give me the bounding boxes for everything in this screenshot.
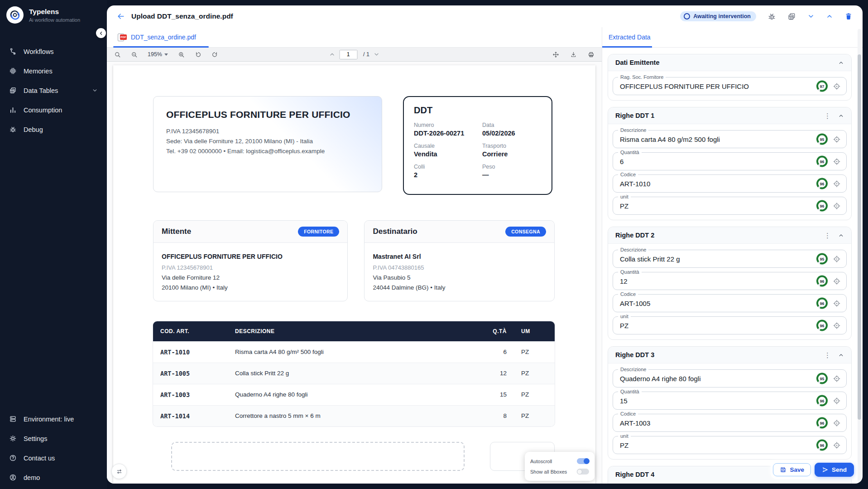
doc-ddt-field-label: Peso bbox=[482, 164, 542, 170]
sidebar-item-memories[interactable]: Memories bbox=[0, 61, 107, 81]
sidebar-item-consumption[interactable]: Consumption bbox=[0, 100, 107, 120]
collapse-chevron-icon[interactable] bbox=[838, 113, 844, 119]
locate-target-icon[interactable] bbox=[833, 321, 841, 329]
collapse-chevron-icon[interactable] bbox=[838, 60, 844, 66]
arrow-left-icon bbox=[117, 12, 125, 20]
doc-supplier-address: Sede: Via delle Forniture 12, 20100 Mila… bbox=[166, 136, 369, 146]
doc-ddt-field: Numero DDT-2026-00271 bbox=[414, 122, 473, 137]
print-button[interactable] bbox=[588, 51, 595, 58]
rotate-right-button[interactable] bbox=[211, 51, 218, 58]
confidence-badge: 96 bbox=[816, 440, 828, 451]
section-header[interactable]: Dati Emittente bbox=[608, 54, 851, 71]
debug-bug-button[interactable] bbox=[767, 12, 776, 21]
field-descrizione[interactable]: Descrizione Quaderno A4 righe 80 fogli 9… bbox=[613, 369, 847, 387]
locate-target-icon[interactable] bbox=[833, 277, 841, 285]
collapse-chevron-icon[interactable] bbox=[838, 352, 844, 358]
move-up-button[interactable] bbox=[826, 13, 833, 20]
locate-target-icon[interactable] bbox=[833, 441, 841, 449]
field-quantit[interactable]: Quantità 15 96 bbox=[613, 392, 847, 410]
pdf-document-tab[interactable]: PDF DDT_senza_ordine.pdf bbox=[113, 27, 209, 47]
data-tables-button[interactable] bbox=[787, 12, 796, 21]
field-codice[interactable]: Codice ART-1010 96 bbox=[613, 174, 847, 193]
locate-target-icon[interactable] bbox=[833, 82, 841, 90]
brand: Typelens Ai workflow automation bbox=[0, 0, 107, 28]
field-quantit[interactable]: Quantità 6 96 bbox=[613, 152, 847, 170]
cell-unit: PZ bbox=[514, 384, 555, 405]
pan-tool-button[interactable] bbox=[552, 51, 559, 58]
section-body: Descrizione Quaderno A4 righe 80 fogli 9… bbox=[608, 363, 851, 459]
collapse-chevron-icon[interactable] bbox=[838, 232, 844, 238]
section-title: Dati Emittente bbox=[615, 59, 660, 66]
kebab-menu-icon[interactable]: ⋮ bbox=[824, 352, 831, 358]
extracted-data-panel: Extracted Data Dati Emittente Rag. Soc. … bbox=[602, 27, 863, 484]
doc-supplier-card: OFFICEPLUS FORNITURE PER UFFICIO P.IVA 1… bbox=[153, 96, 382, 192]
next-page-button[interactable] bbox=[374, 51, 380, 58]
download-button[interactable] bbox=[570, 51, 577, 58]
autoscroll-label: Autoscroll bbox=[530, 459, 552, 464]
sidebar-item-contact-us[interactable]: Contact us bbox=[0, 448, 107, 468]
sidebar-item-settings[interactable]: Settings bbox=[0, 429, 107, 448]
section-header[interactable]: Righe DDT 3 ⋮ bbox=[608, 347, 851, 363]
kebab-menu-icon[interactable]: ⋮ bbox=[824, 232, 831, 239]
locate-target-icon[interactable] bbox=[833, 299, 841, 307]
section-header[interactable]: Righe DDT 1 ⋮ bbox=[608, 107, 851, 124]
section-righe-ddt-2: Righe DDT 2 ⋮ Descrizione Colla stick Pr… bbox=[608, 227, 852, 340]
save-button[interactable]: Save bbox=[773, 463, 811, 476]
sidebar-item-data-tables[interactable]: Data Tables bbox=[0, 81, 107, 100]
swap-layout-button[interactable] bbox=[111, 464, 127, 479]
pdf-file-icon: PDF bbox=[118, 33, 127, 42]
back-button[interactable] bbox=[117, 12, 125, 20]
field-quantit[interactable]: Quantità 12 96 bbox=[613, 272, 847, 290]
zoom-out-button[interactable] bbox=[131, 51, 138, 58]
workflow-icon bbox=[9, 48, 17, 55]
field-rag-soc-fornitore[interactable]: Rag. Soc. Fornitore OFFICEPLUS FORNITURE… bbox=[613, 77, 847, 95]
doc-supplier-contact: Tel. +39 02 0000000 • Email: logistica@o… bbox=[166, 146, 369, 156]
locate-target-icon[interactable] bbox=[833, 397, 841, 405]
tab-extracted-data[interactable]: Extracted Data bbox=[609, 34, 651, 41]
cell-quantity: 6 bbox=[464, 342, 514, 363]
autoscroll-toggle[interactable] bbox=[577, 458, 589, 464]
pdf-viewport[interactable]: OFFICEPLUS FORNITURE PER UFFICIO P.IVA 1… bbox=[107, 62, 602, 484]
rotate-left-button[interactable] bbox=[195, 51, 201, 58]
field-descrizione[interactable]: Descrizione Risma carta A4 80 g/m2 500 f… bbox=[613, 130, 847, 148]
pdf-page: OFFICEPLUS FORNITURE PER UFFICIO P.IVA 1… bbox=[113, 65, 595, 484]
locate-target-icon[interactable] bbox=[833, 374, 841, 382]
delete-button[interactable] bbox=[844, 12, 853, 20]
zoom-level-select[interactable]: 195% bbox=[148, 51, 168, 58]
field-descrizione[interactable]: Descrizione Colla stick Pritt 22 g 95 bbox=[613, 250, 847, 268]
sidebar-item-environment-live[interactable]: Environment: live bbox=[0, 409, 107, 429]
field-unit[interactable]: unit PZ 96 bbox=[613, 436, 847, 454]
page-number-input[interactable] bbox=[339, 50, 357, 59]
sidebar-collapse-button[interactable] bbox=[96, 28, 106, 38]
field-label: unit bbox=[618, 433, 631, 439]
column-header: Q.TÀ bbox=[464, 321, 514, 341]
field-codice[interactable]: Codice ART-1005 96 bbox=[613, 294, 847, 312]
field-value: ART-1005 bbox=[620, 300, 650, 307]
kebab-menu-icon[interactable]: ⋮ bbox=[824, 112, 831, 119]
sidebar-item-demo[interactable]: demo bbox=[0, 468, 107, 487]
locate-target-icon[interactable] bbox=[833, 419, 841, 427]
doc-ddt-field-value: 05/02/2026 bbox=[482, 130, 542, 137]
field-unit[interactable]: unit PZ 96 bbox=[613, 316, 847, 334]
move-down-button[interactable] bbox=[807, 13, 815, 20]
previous-page-button[interactable] bbox=[329, 51, 335, 58]
locate-target-icon[interactable] bbox=[833, 179, 841, 188]
sidebar-item-workflows[interactable]: Workflows bbox=[0, 42, 107, 61]
zoom-in-button[interactable] bbox=[178, 51, 185, 58]
bug-icon bbox=[767, 12, 776, 21]
field-codice[interactable]: Codice ART-1003 96 bbox=[613, 414, 847, 432]
field-unit[interactable]: unit PZ 96 bbox=[613, 197, 847, 215]
locate-target-icon[interactable] bbox=[833, 202, 841, 210]
send-button[interactable]: Send bbox=[815, 463, 854, 477]
section-header[interactable]: Righe DDT 2 ⋮ bbox=[608, 227, 851, 244]
locate-target-icon[interactable] bbox=[833, 157, 841, 165]
tables-icon bbox=[787, 12, 796, 21]
search-button[interactable] bbox=[114, 51, 121, 58]
sidebar-item-debug[interactable]: Debug bbox=[0, 120, 107, 139]
locate-target-icon[interactable] bbox=[833, 135, 841, 143]
show-bboxes-toggle[interactable] bbox=[577, 469, 589, 474]
field-value: Colla stick Pritt 22 g bbox=[620, 255, 680, 263]
panel-scrollbar-thumb[interactable] bbox=[858, 54, 861, 420]
locate-target-icon[interactable] bbox=[833, 255, 841, 263]
status-badge: Awaiting intervention bbox=[680, 11, 756, 21]
